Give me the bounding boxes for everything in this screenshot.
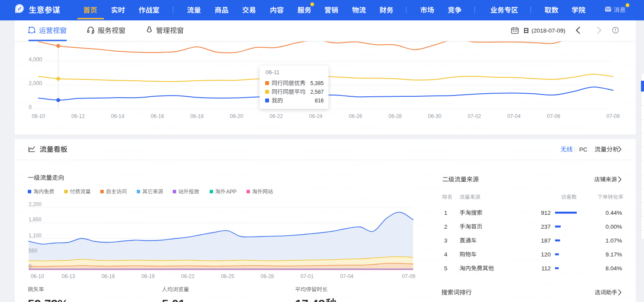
svg-text:550: 550	[29, 248, 37, 254]
svg-text:2,200: 2,200	[29, 201, 42, 207]
svg-text:07-06: 07-06	[547, 113, 560, 119]
svg-text:5,385: 5,385	[310, 80, 324, 86]
svg-text:07-09: 07-09	[606, 113, 620, 119]
svg-text:5: 5	[444, 265, 447, 272]
svg-text:2: 2	[444, 223, 447, 230]
svg-text:06-22: 06-22	[269, 113, 283, 119]
svg-text:07-09: 07-09	[402, 273, 415, 279]
svg-text:3: 3	[444, 237, 447, 244]
svg-text:07-04: 07-04	[507, 113, 521, 119]
svg-text:4: 4	[444, 251, 447, 258]
svg-text:PC: PC	[579, 146, 588, 153]
svg-text:5.01: 5.01	[162, 297, 185, 302]
svg-text:(2018-07-09): (2018-07-09)	[532, 27, 565, 34]
svg-text:06-25: 06-25	[221, 273, 234, 279]
svg-text:1: 1	[444, 210, 447, 216]
svg-text:06-16: 06-16	[151, 113, 164, 119]
svg-text:1,100: 1,100	[29, 233, 42, 239]
svg-text:06-10: 06-10	[31, 273, 44, 279]
svg-text:06-13: 06-13	[62, 273, 75, 279]
svg-text:120: 120	[541, 251, 551, 258]
svg-text:06-24: 06-24	[309, 113, 322, 119]
svg-text:06-14: 06-14	[111, 113, 125, 119]
svg-text:2,587: 2,587	[310, 89, 324, 95]
svg-text:237: 237	[541, 223, 551, 230]
svg-text:4,000: 4,000	[29, 56, 42, 62]
svg-text:06-19: 06-19	[141, 273, 155, 279]
svg-text:0.44%: 0.44%	[605, 210, 622, 216]
svg-text:0.00%: 0.00%	[605, 223, 622, 230]
svg-text:06-26: 06-26	[349, 113, 362, 119]
svg-text:06-12: 06-12	[71, 113, 85, 119]
svg-text:06-16: 06-16	[102, 273, 115, 279]
svg-text:APP: APP	[226, 189, 237, 195]
svg-text:06-22: 06-22	[181, 273, 194, 279]
svg-text:816: 816	[315, 98, 324, 104]
svg-text:1,650: 1,650	[29, 217, 42, 223]
svg-text:06-30: 06-30	[428, 113, 441, 119]
svg-text:0: 0	[29, 263, 32, 269]
svg-text:2,000: 2,000	[29, 80, 42, 86]
svg-text:06-18: 06-18	[190, 113, 204, 119]
svg-text:06-11: 06-11	[266, 69, 279, 76]
svg-text:17.48: 17.48	[295, 297, 325, 302]
svg-text:187: 187	[541, 237, 551, 244]
svg-text:0: 0	[29, 104, 32, 110]
svg-text:8.04%: 8.04%	[605, 265, 622, 272]
svg-text:07-01: 07-01	[300, 273, 314, 279]
svg-text:06-20: 06-20	[230, 113, 243, 119]
svg-text:9.17%: 9.17%	[605, 251, 622, 258]
svg-text:1.07%: 1.07%	[605, 237, 622, 244]
svg-text:07-04: 07-04	[340, 273, 354, 279]
svg-text:06-10: 06-10	[32, 113, 45, 119]
svg-text:07-02: 07-02	[468, 113, 481, 119]
svg-text:112: 112	[541, 265, 551, 272]
svg-text:06-28: 06-28	[261, 273, 274, 279]
svg-text:06-28: 06-28	[388, 113, 402, 119]
svg-text:59.73%: 59.73%	[28, 297, 68, 302]
svg-text:912: 912	[541, 210, 551, 216]
